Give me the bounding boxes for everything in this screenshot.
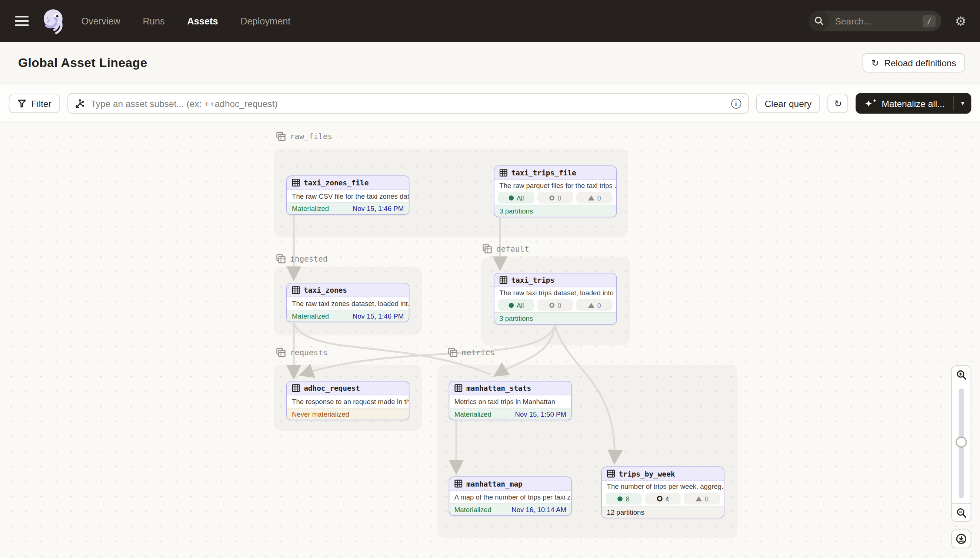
asset-node-taxi-trips-file[interactable]: taxi_trips_file The raw parquet files fo… bbox=[494, 166, 617, 217]
search-input[interactable]: Search... / bbox=[809, 11, 942, 31]
chip-label: 4 bbox=[665, 495, 669, 502]
nav-item-overview[interactable]: Overview bbox=[81, 16, 120, 26]
status-badge: Materialized bbox=[455, 410, 491, 418]
filter-button[interactable]: Filter bbox=[9, 94, 60, 113]
partitions-missing-chip[interactable]: 0 bbox=[576, 299, 612, 311]
chip-label: 0 bbox=[598, 301, 601, 309]
asset-node-manhattan-map[interactable]: manhattan_map A map of the number of tri… bbox=[449, 477, 572, 516]
materialization-timestamp[interactable]: Nov 15, 1:46 PM bbox=[352, 312, 404, 320]
asset-node-trips-by-week[interactable]: trips_by_week The number of trips per we… bbox=[601, 467, 724, 519]
asset-subset-input[interactable]: Type an asset subset... (ex: ++adhoc_req… bbox=[68, 93, 748, 113]
asset-description: The response to an request made in th... bbox=[287, 395, 409, 408]
asset-node-taxi-zones[interactable]: taxi_zones The raw taxi zones dataset, l… bbox=[286, 283, 409, 322]
materialization-timestamp[interactable]: Nov 15, 1:46 PM bbox=[352, 205, 404, 212]
partitions-failed-chip[interactable]: 0 bbox=[537, 192, 573, 204]
info-icon[interactable]: i bbox=[731, 98, 741, 108]
group-icon bbox=[448, 348, 458, 357]
lineage-canvas[interactable]: raw_files ingested default requests metr… bbox=[0, 123, 980, 558]
asset-name: taxi_zones bbox=[304, 286, 347, 295]
group-label-default[interactable]: default bbox=[483, 244, 529, 253]
reload-definitions-button[interactable]: ↻ Reload definitions bbox=[863, 53, 965, 72]
nav-item-deployment[interactable]: Deployment bbox=[240, 16, 290, 26]
zoom-in-button[interactable] bbox=[951, 365, 971, 384]
top-nav-bar: Overview Runs Assets Deployment Search..… bbox=[0, 0, 980, 42]
table-icon bbox=[499, 276, 507, 284]
lineage-toolbar: Filter Type an asset subset... (ex: ++ad… bbox=[0, 84, 980, 123]
search-placeholder: Search... bbox=[835, 16, 922, 26]
table-icon bbox=[499, 169, 507, 177]
nav-item-assets[interactable]: Assets bbox=[187, 16, 218, 26]
asset-subset-placeholder: Type an asset subset... (ex: ++adhoc_req… bbox=[91, 98, 725, 108]
reload-icon: ↻ bbox=[871, 58, 879, 67]
gear-icon[interactable]: ⚙ bbox=[955, 15, 966, 27]
group-icon bbox=[276, 348, 285, 357]
chip-label: All bbox=[517, 194, 524, 201]
materialization-timestamp[interactable]: Nov 15, 1:50 PM bbox=[515, 410, 566, 418]
download-image-button[interactable] bbox=[951, 530, 971, 548]
zoom-slider-track[interactable] bbox=[959, 389, 964, 499]
clear-query-button[interactable]: Clear query bbox=[756, 94, 820, 113]
ring-icon bbox=[657, 496, 662, 501]
search-icon bbox=[809, 11, 830, 31]
chip-label: 0 bbox=[598, 194, 601, 201]
zoom-slider[interactable] bbox=[951, 383, 971, 503]
table-icon bbox=[607, 469, 615, 478]
group-label-metrics[interactable]: metrics bbox=[448, 348, 495, 357]
asset-description: The raw taxi trips dataset, loaded into … bbox=[494, 287, 616, 298]
asset-description: The number of trips per week, aggreg... bbox=[602, 481, 724, 491]
hamburger-menu-icon[interactable] bbox=[15, 16, 29, 26]
asset-node-manhattan-stats[interactable]: manhattan_stats Metrics on taxi trips in… bbox=[449, 381, 572, 420]
materialization-timestamp[interactable]: Nov 16, 10:14 AM bbox=[512, 506, 566, 513]
materialize-all-button[interactable]: ✦✦ Materialize all... bbox=[856, 93, 953, 113]
partition-health-chips: All 0 0 bbox=[494, 298, 616, 312]
zoom-out-button[interactable] bbox=[951, 503, 971, 522]
chip-label: 8 bbox=[626, 495, 630, 502]
group-name: raw_files bbox=[290, 132, 332, 141]
group-label-requests[interactable]: requests bbox=[276, 348, 328, 357]
triangle-icon bbox=[588, 195, 595, 200]
partitions-failed-chip[interactable]: 4 bbox=[645, 492, 681, 504]
partition-health-chips: All 0 0 bbox=[494, 190, 616, 205]
partitions-failed-chip[interactable]: 0 bbox=[537, 299, 573, 311]
clear-query-label: Clear query bbox=[765, 98, 812, 108]
sparkle-icon: ✦✦ bbox=[865, 98, 877, 109]
asset-node-adhoc-request[interactable]: adhoc_request The response to an request… bbox=[286, 381, 409, 420]
materialize-dropdown-button[interactable]: ▾ bbox=[954, 93, 971, 113]
ring-icon bbox=[549, 303, 555, 308]
table-icon bbox=[455, 384, 463, 392]
zoom-in-icon bbox=[956, 369, 967, 380]
partitions-count: 3 partitions bbox=[499, 208, 533, 215]
refresh-button[interactable]: ↻ bbox=[828, 94, 848, 113]
asset-node-taxi-zones-file[interactable]: taxi_zones_file The raw CSV file for the… bbox=[286, 176, 409, 215]
chevron-down-icon: ▾ bbox=[961, 99, 964, 107]
dot-icon bbox=[618, 496, 623, 501]
group-label-raw-files[interactable]: raw_files bbox=[276, 132, 332, 141]
partitions-missing-chip[interactable]: 0 bbox=[684, 492, 720, 504]
group-icon bbox=[276, 254, 285, 263]
nav-item-runs[interactable]: Runs bbox=[143, 16, 165, 26]
chip-label: 0 bbox=[557, 301, 561, 309]
partitions-count: 3 partitions bbox=[499, 315, 533, 322]
partitions-materialized-chip[interactable]: 8 bbox=[606, 492, 641, 504]
asset-description: A map of the number of trips per taxi z.… bbox=[449, 491, 571, 503]
status-badge: Materialized bbox=[292, 312, 329, 320]
group-name: default bbox=[496, 244, 529, 253]
dagster-logo[interactable] bbox=[41, 8, 66, 34]
table-icon bbox=[292, 384, 300, 392]
status-badge: Materialized bbox=[292, 205, 329, 212]
partitions-materialized-chip[interactable]: All bbox=[498, 192, 534, 204]
partitions-missing-chip[interactable]: 0 bbox=[576, 192, 612, 204]
group-name: ingested bbox=[290, 254, 328, 263]
asset-node-taxi-trips[interactable]: taxi_trips The raw taxi trips dataset, l… bbox=[494, 273, 617, 325]
group-label-ingested[interactable]: ingested bbox=[276, 254, 328, 263]
zoom-slider-thumb[interactable] bbox=[955, 437, 967, 448]
partitions-materialized-chip[interactable]: All bbox=[498, 299, 534, 311]
zoom-out-icon bbox=[956, 507, 967, 518]
download-icon bbox=[955, 533, 967, 544]
asset-name: taxi_zones_file bbox=[304, 178, 369, 187]
asset-name: manhattan_stats bbox=[466, 384, 531, 392]
chip-label: 0 bbox=[557, 194, 561, 201]
dot-icon bbox=[509, 195, 514, 200]
materialize-all-label: Materialize all... bbox=[882, 98, 945, 108]
group-icon bbox=[276, 132, 285, 141]
